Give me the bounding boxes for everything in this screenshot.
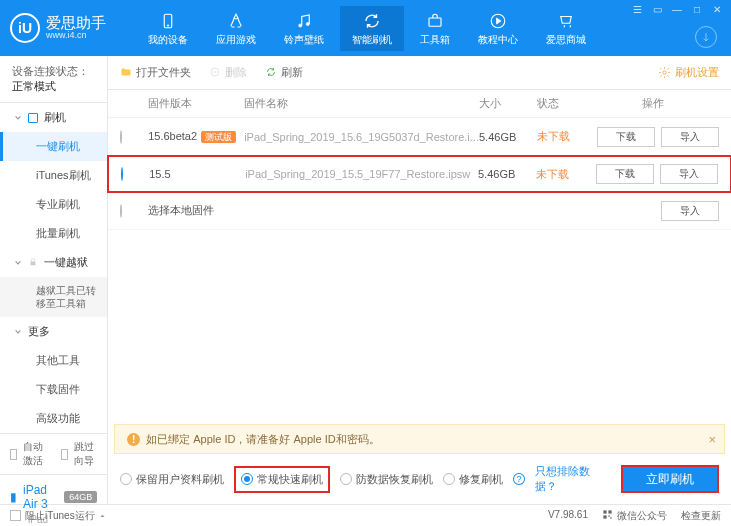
forward-button[interactable] xyxy=(695,26,717,48)
app-store-icon xyxy=(227,12,245,30)
win-maximize-icon[interactable]: □ xyxy=(691,4,703,15)
nav-my-device[interactable]: 我的设备 xyxy=(136,6,200,51)
sidebar-group-more[interactable]: 更多 xyxy=(0,317,107,346)
refresh-button[interactable]: 刷新 xyxy=(265,65,303,80)
alert-close-icon[interactable]: × xyxy=(708,432,716,447)
nav-shop[interactable]: 爱思商城 xyxy=(534,6,598,51)
svg-point-1 xyxy=(167,24,169,26)
jailbreak-moved-notice: 越狱工具已转移至工具箱 xyxy=(0,277,107,317)
svg-rect-10 xyxy=(608,510,611,513)
sidebar-item-advanced[interactable]: 高级功能 xyxy=(0,404,107,433)
music-icon xyxy=(295,12,313,30)
chevron-down-icon xyxy=(14,257,22,269)
svg-rect-13 xyxy=(610,517,611,518)
col-name: 固件名称 xyxy=(244,96,479,111)
storage-badge: 64GB xyxy=(64,491,97,503)
refresh-icon xyxy=(265,66,277,80)
app-logo: iU xyxy=(10,13,40,43)
sidebar-item-download-fw[interactable]: 下载固件 xyxy=(0,375,107,404)
wechat-link[interactable]: 微信公众号 xyxy=(602,509,667,523)
opt-normal-fast[interactable]: 常规快速刷机 xyxy=(234,466,330,493)
caret-up-icon[interactable] xyxy=(99,510,106,521)
col-status: 状态 xyxy=(537,96,587,111)
sidebar-item-itunes-flash[interactable]: iTunes刷机 xyxy=(0,161,107,190)
sidebar-group-jailbreak[interactable]: 一键越狱 xyxy=(0,248,107,277)
auto-activate-checkbox[interactable] xyxy=(10,449,17,460)
opt-repair[interactable]: 修复刷机 xyxy=(443,472,503,487)
svg-point-2 xyxy=(299,24,302,27)
svg-rect-11 xyxy=(603,515,606,518)
toolbox-icon xyxy=(426,12,444,30)
nav-tutorials[interactable]: 教程中心 xyxy=(466,6,530,51)
download-button[interactable]: 下载 xyxy=(596,164,654,184)
svg-rect-9 xyxy=(603,510,606,513)
chevron-down-icon xyxy=(14,326,22,338)
sidebar-group-flash[interactable]: 刷机 xyxy=(0,103,107,132)
skip-guide-checkbox[interactable] xyxy=(61,449,68,460)
flash-now-button[interactable]: 立即刷机 xyxy=(621,465,719,493)
open-folder-button[interactable]: 打开文件夹 xyxy=(120,65,191,80)
chevron-down-icon xyxy=(14,112,22,124)
nav-toolbox[interactable]: 工具箱 xyxy=(408,6,462,51)
help-icon[interactable]: ? xyxy=(513,473,525,485)
svg-point-3 xyxy=(306,22,309,25)
import-button[interactable]: 导入 xyxy=(661,127,719,147)
app-name: 爱思助手 xyxy=(46,15,106,32)
firmware-radio[interactable] xyxy=(120,130,122,144)
svg-rect-6 xyxy=(31,261,36,265)
warning-icon: ! xyxy=(127,433,140,446)
nav-smart-flash[interactable]: 智能刷机 xyxy=(340,6,404,51)
firmware-row[interactable]: 15.5 iPad_Spring_2019_15.5_19F77_Restore… xyxy=(107,155,731,193)
win-minimize-icon[interactable]: — xyxy=(671,4,683,15)
sidebar-item-batch-flash[interactable]: 批量刷机 xyxy=(0,219,107,248)
tablet-icon: ▮ xyxy=(10,490,17,504)
beta-badge: 测试版 xyxy=(201,131,236,143)
refresh-icon xyxy=(363,12,381,30)
skip-guide-label: 跳过向导 xyxy=(74,440,97,468)
exclude-data-link[interactable]: 只想排除数据？ xyxy=(535,464,611,494)
apple-id-alert: ! 如已绑定 Apple ID，请准备好 Apple ID和密码。 × xyxy=(114,424,725,454)
svg-rect-12 xyxy=(608,515,609,516)
nav-ringtone[interactable]: 铃声壁纸 xyxy=(272,6,336,51)
version-label: V7.98.61 xyxy=(548,509,588,523)
connection-status: 设备连接状态：正常模式 xyxy=(0,56,107,103)
import-button[interactable]: 导入 xyxy=(660,164,718,184)
folder-icon xyxy=(120,66,132,80)
lock-icon xyxy=(28,257,38,269)
firmware-size: 5.46GB xyxy=(479,131,537,143)
firmware-name: iPad_Spring_2019_15.5_19F77_Restore.ipsw xyxy=(245,168,478,180)
block-itunes-checkbox[interactable] xyxy=(10,510,21,521)
local-firmware-radio[interactable] xyxy=(120,204,122,218)
firmware-row[interactable]: 15.6beta2测试版 iPad_Spring_2019_15.6_19G50… xyxy=(108,118,731,156)
opt-keep-data[interactable]: 保留用户资料刷机 xyxy=(120,472,224,487)
cart-icon xyxy=(557,12,575,30)
qr-icon xyxy=(602,509,613,522)
auto-activate-label: 自动激活 xyxy=(23,440,46,468)
svg-rect-4 xyxy=(429,18,441,26)
delete-button: 删除 xyxy=(209,65,247,80)
win-menu-icon[interactable]: ☰ xyxy=(631,4,643,15)
sidebar-item-other-tools[interactable]: 其他工具 xyxy=(0,346,107,375)
app-url: www.i4.cn xyxy=(46,31,106,41)
firmware-name: iPad_Spring_2019_15.6_19G5037d_Restore.i… xyxy=(244,131,479,143)
svg-point-8 xyxy=(663,71,666,74)
delete-icon xyxy=(209,66,221,80)
local-firmware-row[interactable]: 选择本地固件 导入 xyxy=(108,192,731,230)
win-close-icon[interactable]: ✕ xyxy=(711,4,723,15)
download-button[interactable]: 下载 xyxy=(597,127,655,147)
firmware-status: 未下载 xyxy=(537,129,587,144)
col-ops: 操作 xyxy=(587,96,719,111)
flash-settings-button[interactable]: 刷机设置 xyxy=(658,65,719,80)
firmware-radio[interactable] xyxy=(121,167,123,181)
opt-anti-recovery[interactable]: 防数据恢复刷机 xyxy=(340,472,433,487)
win-skin-icon[interactable]: ▭ xyxy=(651,4,663,15)
import-button[interactable]: 导入 xyxy=(661,201,719,221)
col-version: 固件版本 xyxy=(148,96,244,111)
sidebar-item-pro-flash[interactable]: 专业刷机 xyxy=(0,190,107,219)
check-update-link[interactable]: 检查更新 xyxy=(681,509,721,523)
nav-apps[interactable]: 应用游戏 xyxy=(204,6,268,51)
gear-icon xyxy=(658,66,671,79)
sidebar-item-oneclick-flash[interactable]: 一键刷机 xyxy=(0,132,107,161)
flash-icon xyxy=(28,113,38,123)
col-size: 大小 xyxy=(479,96,537,111)
